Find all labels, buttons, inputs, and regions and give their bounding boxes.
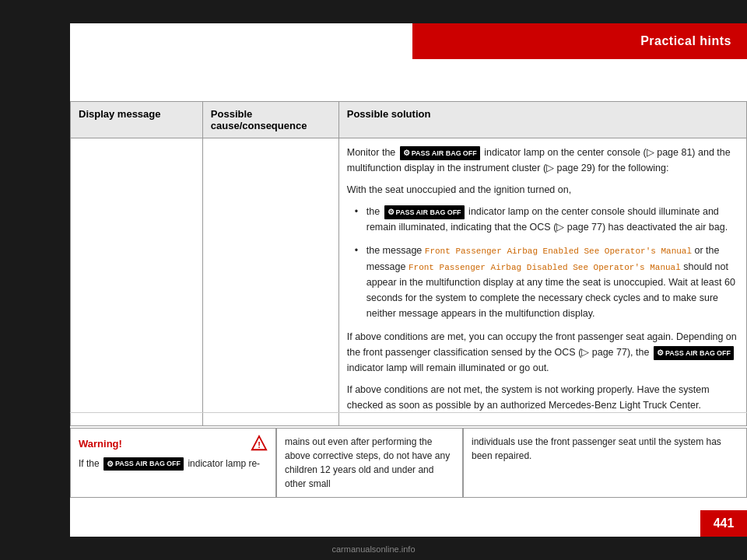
page-title: Practical hints xyxy=(640,34,731,48)
airbag-badge-3: ⚙ PASS AIR BAG OFF xyxy=(654,346,734,360)
code-message-1: Front Passenger Airbag Enabled See Opera… xyxy=(425,247,692,256)
right-text-content: individuals use the front passenger seat… xyxy=(472,436,721,461)
middle-text-content: mains out even after performing the abov… xyxy=(285,436,450,489)
solution-content: Monitor the ⚙ PASS AIR BAG OFF indicator… xyxy=(347,145,738,413)
warning-header: Warning! ! xyxy=(79,435,268,452)
col-header-cause: Possible cause/consequence xyxy=(202,102,338,138)
middle-text-box: mains out even after performing the abov… xyxy=(276,428,463,498)
solution-para-3: If above conditions are met, you can occ… xyxy=(347,329,738,376)
bullet-item-2: the message Front Passenger Airbag Enabl… xyxy=(355,243,738,321)
airbag-badge-1: ⚙ PASS AIR BAG OFF xyxy=(400,146,480,160)
table-row: Monitor the ⚙ PASS AIR BAG OFF indicator… xyxy=(71,138,747,426)
cell-solution: Monitor the ⚙ PASS AIR BAG OFF indicator… xyxy=(338,138,746,426)
warning-text: If the ⚙ PASS AIR BAG OFF indicator lamp… xyxy=(79,457,268,471)
solution-para-2: With the seat unoccupied and the ignitio… xyxy=(347,182,738,198)
airbag-badge-2: ⚙ PASS AIR BAG OFF xyxy=(384,205,465,219)
col-header-display: Display message xyxy=(71,102,203,138)
cell-cause xyxy=(202,138,338,426)
header-banner: Practical hints xyxy=(412,23,747,59)
code-message-2: Front Passenger Airbag Disabled See Oper… xyxy=(409,263,681,272)
bullet-list: the ⚙ PASS AIR BAG OFF indicator lamp on… xyxy=(355,204,738,321)
cell-display-message xyxy=(71,138,203,426)
warning-triangle-icon: ! xyxy=(251,435,268,452)
solution-para-1: Monitor the ⚙ PASS AIR BAG OFF indicator… xyxy=(347,145,738,176)
solution-para-4: If above conditions are not met, the sys… xyxy=(347,382,738,413)
bottom-section: Warning! ! If the ⚙ PASS AIR BAG OFF ind… xyxy=(70,428,747,498)
col-header-solution: Possible solution xyxy=(338,102,746,138)
content-table: Display message Possible cause/consequen… xyxy=(70,101,747,426)
page-number: 441 xyxy=(700,510,747,537)
svg-text:!: ! xyxy=(258,440,261,450)
divider-line xyxy=(70,412,747,413)
warning-box: Warning! ! If the ⚙ PASS AIR BAG OFF ind… xyxy=(70,428,276,498)
right-text-box: individuals use the front passenger seat… xyxy=(463,428,747,498)
airbag-badge-warning: ⚙ PASS AIR BAG OFF xyxy=(103,457,184,471)
warning-label: Warning! xyxy=(79,438,122,450)
watermark: carmanualsonline.info xyxy=(0,544,747,554)
main-table-container: Display message Possible cause/consequen… xyxy=(70,101,747,426)
bullet-item-1: the ⚙ PASS AIR BAG OFF indicator lamp on… xyxy=(355,204,738,235)
